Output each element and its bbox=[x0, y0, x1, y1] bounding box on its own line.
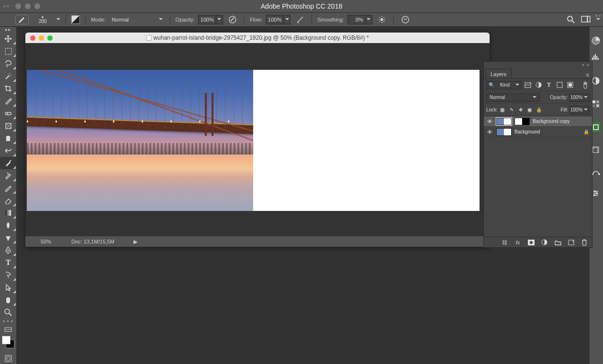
filter-type-icon[interactable]: T bbox=[545, 81, 553, 89]
path-select-tool[interactable] bbox=[0, 269, 16, 281]
styles-panel-icon[interactable] bbox=[592, 99, 600, 108]
filter-toggle-icon[interactable] bbox=[581, 81, 590, 89]
layer-name[interactable]: Background bbox=[514, 129, 540, 134]
layer-thumbnail[interactable] bbox=[496, 128, 512, 136]
zoom-level[interactable]: 50% bbox=[25, 239, 67, 244]
doc-size-readout[interactable]: Doc: 13,1M/15,5M bbox=[67, 239, 114, 244]
new-group-icon[interactable] bbox=[555, 240, 561, 245]
panel-close-icon[interactable]: × « bbox=[595, 13, 601, 18]
channels-panel-icon[interactable] bbox=[592, 146, 600, 153]
smoothing-input[interactable]: 0% bbox=[347, 15, 372, 24]
layer-filter-kind[interactable]: 🔍Kind bbox=[486, 81, 522, 89]
type-tool[interactable]: T bbox=[0, 256, 16, 269]
opacity-pressure-icon[interactable] bbox=[226, 14, 239, 25]
quick-select-tool[interactable] bbox=[0, 70, 16, 82]
color-panel-icon[interactable] bbox=[592, 36, 600, 45]
layer-row[interactable]: 👁 Background 🔒 bbox=[484, 127, 592, 137]
paths-panel-icon[interactable] bbox=[592, 167, 600, 175]
canvas-stage[interactable] bbox=[25, 43, 490, 236]
histogram-panel-icon[interactable] bbox=[592, 54, 600, 60]
marquee-tool[interactable] bbox=[0, 45, 16, 57]
hand-tool[interactable] bbox=[0, 294, 16, 306]
blur-tool[interactable] bbox=[0, 219, 16, 232]
document-titlebar[interactable]: wuhan-parrot-island-bridge-2975427_1920.… bbox=[25, 33, 490, 43]
crop-tool[interactable] bbox=[0, 82, 16, 95]
move-tool[interactable] bbox=[0, 33, 16, 45]
window-zoom-button[interactable] bbox=[34, 3, 40, 9]
new-layer-icon[interactable] bbox=[568, 240, 575, 245]
lock-pixels-icon[interactable]: ✎ bbox=[508, 107, 515, 112]
chevron-down-icon[interactable] bbox=[56, 16, 60, 23]
layer-fill-input[interactable]: 100% bbox=[570, 106, 590, 114]
clone-stamp-tool[interactable] bbox=[0, 132, 16, 144]
layer-name[interactable]: Background copy bbox=[533, 119, 570, 124]
pencil-tool[interactable] bbox=[0, 182, 16, 194]
pen-tool[interactable] bbox=[0, 244, 16, 256]
visibility-toggle-icon[interactable]: 👁 bbox=[486, 119, 493, 124]
layer-row[interactable]: 👁 Background copy bbox=[484, 116, 592, 127]
panel-collapse-icon[interactable]: « bbox=[587, 63, 589, 67]
gradient-tool[interactable] bbox=[0, 207, 16, 219]
canvas[interactable] bbox=[27, 70, 480, 211]
quick-mask-icon[interactable] bbox=[0, 352, 16, 364]
lock-icon[interactable]: 🔒 bbox=[583, 129, 589, 134]
window-minimize-button[interactable] bbox=[25, 3, 31, 9]
healing-brush-tool[interactable] bbox=[0, 107, 16, 120]
filter-adjust-icon[interactable] bbox=[534, 81, 543, 89]
foreground-color-swatch[interactable] bbox=[2, 336, 11, 344]
panel-menu-icon[interactable]: ≡ bbox=[586, 72, 589, 78]
layer-thumbnail[interactable] bbox=[496, 118, 512, 125]
add-mask-icon[interactable] bbox=[528, 240, 535, 245]
symmetry-icon[interactable] bbox=[399, 14, 412, 25]
doc-zoom-button[interactable] bbox=[47, 35, 53, 41]
properties-panel-icon[interactable] bbox=[592, 189, 600, 197]
window-close-button[interactable] bbox=[15, 3, 21, 9]
eraser-tool[interactable] bbox=[0, 194, 16, 207]
direct-select-tool[interactable] bbox=[0, 281, 16, 294]
filter-shape-icon[interactable] bbox=[555, 81, 564, 89]
brush-tool[interactable] bbox=[0, 157, 16, 169]
link-layers-icon[interactable]: ⛓ bbox=[501, 240, 508, 245]
layers-tab[interactable]: Layers bbox=[485, 69, 512, 78]
doc-minimize-button[interactable] bbox=[39, 35, 44, 41]
blend-mode-select[interactable]: Normal bbox=[109, 16, 165, 23]
frame-tool[interactable] bbox=[0, 120, 16, 132]
zoom-tool[interactable] bbox=[0, 306, 16, 319]
libraries-panel-icon[interactable] bbox=[591, 122, 601, 132]
search-icon[interactable] bbox=[567, 15, 575, 24]
layer-mask-thumbnail[interactable] bbox=[514, 118, 530, 125]
eyedropper-tool[interactable] bbox=[0, 95, 16, 107]
dodge-tool[interactable] bbox=[0, 232, 16, 244]
layer-opacity-input[interactable]: 100% bbox=[570, 93, 590, 102]
lasso-tool[interactable] bbox=[0, 57, 16, 70]
layer-blend-mode[interactable]: Normal bbox=[486, 93, 540, 102]
lock-all-icon[interactable]: 🔒 bbox=[536, 107, 542, 112]
content-aware-move-tool[interactable] bbox=[0, 144, 16, 157]
lock-artboard-icon[interactable]: ▣ bbox=[526, 107, 533, 112]
flow-input[interactable]: 100% bbox=[266, 15, 290, 24]
history-brush-tool[interactable] bbox=[0, 169, 16, 182]
panel-close-icon[interactable]: × bbox=[582, 63, 584, 67]
opacity-input[interactable]: 100% bbox=[198, 15, 223, 24]
brush-panel-toggle-icon[interactable] bbox=[71, 15, 80, 24]
panel-collapse-icon[interactable]: × « bbox=[0, 0, 12, 12]
new-adjustment-icon[interactable] bbox=[541, 239, 548, 245]
filter-smart-icon[interactable] bbox=[566, 81, 574, 89]
visibility-toggle-icon[interactable]: 👁 bbox=[486, 129, 493, 135]
doc-close-button[interactable] bbox=[30, 35, 35, 41]
smoothing-options-icon[interactable] bbox=[376, 14, 388, 25]
delete-layer-icon[interactable] bbox=[581, 239, 588, 246]
adjustments-panel-icon[interactable] bbox=[592, 77, 600, 85]
color-swatch[interactable] bbox=[0, 335, 16, 352]
statusbar-arrow-icon[interactable]: ▶ bbox=[134, 239, 137, 245]
filter-pixel-icon[interactable] bbox=[524, 81, 532, 89]
tool-preset-picker[interactable] bbox=[15, 15, 29, 24]
lock-position-icon[interactable]: ✥ bbox=[517, 107, 524, 112]
lock-transparency-icon[interactable]: ▦ bbox=[499, 107, 506, 112]
panel-grip-icon[interactable]: ▸▸ bbox=[0, 27, 16, 33]
airbrush-icon[interactable] bbox=[294, 14, 306, 25]
edit-toolbar-icon[interactable] bbox=[0, 324, 16, 334]
brush-preset-picker[interactable]: ● 200 bbox=[32, 15, 53, 24]
workspace-switcher-icon[interactable] bbox=[581, 15, 591, 24]
layer-fx-icon[interactable]: fx bbox=[514, 240, 521, 245]
